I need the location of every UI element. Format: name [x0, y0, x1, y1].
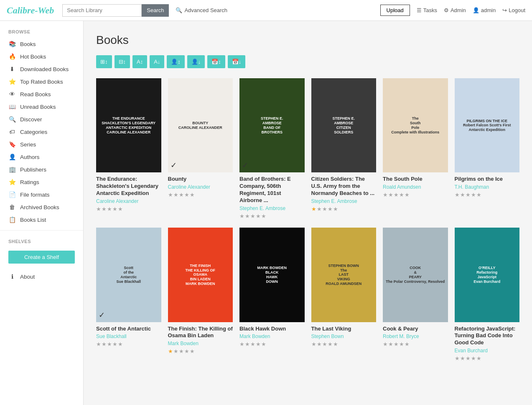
book-cover: STEPHEN E.AMBROSEBAND OFBROTHERS ✓ [239, 78, 305, 172]
advanced-search-link[interactable]: 🔍 Advanced Search [176, 7, 227, 13]
toolbar-button-sort8[interactable]: 📅↓ [228, 55, 246, 68]
sidebar-item-publishers[interactable]: 🏢Publishers [0, 163, 83, 176]
sidebar-item-discover[interactable]: 🔍Discover [0, 113, 83, 126]
sort4-icon: A↓ [154, 59, 160, 65]
book-author: Stephen E. Ambrose [311, 198, 377, 204]
admin-link[interactable]: ⚙ Admin [444, 7, 466, 13]
book-title: Pilgrims on the Ice [455, 176, 520, 183]
toolbar-button-sort6[interactable]: 👤↓ [187, 55, 205, 68]
downloaded-books-icon: ⬇ [8, 66, 16, 72]
layout: BROWSE 📚Books🔥Hot Books⬇Downloaded Books… [0, 21, 532, 405]
book-rating: ★★★★★ [455, 192, 520, 198]
sort6-icon: 👤↓ [191, 59, 201, 65]
sidebar-item-label: Downloaded Books [20, 66, 69, 72]
archived-books-icon: 🗑 [8, 204, 16, 210]
sidebar-item-label: Books [20, 41, 36, 47]
book-item-bounty[interactable]: BOUNTYCAROLINE ALEXANDER ✓ Bounty Caroli… [168, 78, 233, 219]
check-icon: ✓ [99, 310, 105, 320]
sidebar-item-ratings[interactable]: ⭐Ratings [0, 176, 83, 188]
book-title: The Last Viking [311, 326, 377, 333]
sort5-icon: 👤↕ [171, 59, 181, 65]
search-form: Search [62, 4, 169, 17]
toolbar-button-sort5[interactable]: 👤↕ [167, 55, 185, 68]
book-item-citizen-soldiers[interactable]: STEPHEN E.AMBROSECITIZENSOLDIERS Citizen… [311, 78, 377, 219]
book-item-last-viking[interactable]: STEPHEN BOWNTheLASTVIKINGROALD AMUNDSEN … [311, 228, 377, 361]
search-button[interactable]: Search [142, 4, 169, 17]
book-item-cook-peary[interactable]: COOK&PEARYThe Polar Controversy, Resolve… [383, 228, 448, 361]
sort7-icon: 📅↕ [211, 59, 221, 65]
books-list-icon: 📋 [8, 216, 16, 223]
tasks-link[interactable]: ☰ Tasks [417, 7, 437, 13]
book-rating: ★★★★★ [96, 206, 161, 212]
books-icon: 📚 [8, 41, 16, 47]
toolbar-button-sort2[interactable]: ⊟↕ [115, 55, 130, 68]
sidebar-item-about[interactable]: ℹ About [0, 270, 83, 283]
upload-button[interactable]: Upload [380, 5, 410, 16]
sidebar-item-label: Series [20, 141, 36, 148]
sort8-icon: 📅↓ [232, 59, 242, 65]
sidebar-item-downloaded-books[interactable]: ⬇Downloaded Books [0, 63, 83, 75]
sidebar-item-categories[interactable]: 🏷Categories [0, 126, 83, 138]
sidebar-item-books[interactable]: 📚Books [0, 38, 83, 50]
logo[interactable]: Calibre-Web [7, 5, 54, 16]
book-cover: BOUNTYCAROLINE ALEXANDER ✓ [168, 78, 233, 172]
toolbar-button-sort1[interactable]: ⊞↕ [96, 55, 112, 68]
book-rating: ★★★★★ [168, 348, 233, 354]
book-cover: THE FINISHTHE KILLING OFOSAMABIN LADENMA… [168, 228, 233, 322]
book-title: Black Hawk Down [239, 326, 305, 333]
book-item-endurance[interactable]: THE ENDURANCESHACKLETON'S LEGENDARYANTAR… [96, 78, 161, 219]
user-link[interactable]: 👤 admin [473, 7, 496, 13]
sidebar-item-label: Publishers [20, 167, 46, 173]
book-author: Sue Blackhall [96, 333, 161, 339]
book-rating: ★★★★★ [168, 192, 233, 198]
toolbar-button-sort4[interactable]: A↓ [150, 55, 164, 68]
sidebar-item-archived-books[interactable]: 🗑Archived Books [0, 201, 83, 213]
book-title: Scott of the Antarctic [96, 326, 161, 333]
sidebar-item-hot-books[interactable]: 🔥Hot Books [0, 50, 83, 63]
sidebar-item-books-list[interactable]: 📋Books List [0, 213, 83, 226]
sidebar-items: 📚Books🔥Hot Books⬇Downloaded Books⭐Top Ra… [0, 38, 83, 226]
read-books-icon: 👁 [8, 91, 16, 97]
book-cover: COOK&PEARYThe Polar Controversy, Resolve… [383, 228, 448, 322]
book-item-pilgrims[interactable]: PILGRIMS ON THE ICERobert Falcon Scott's… [455, 78, 520, 219]
book-item-black-hawk-down[interactable]: MARK BOWDENBLACKHAWKDOWN Black Hawk Down… [239, 228, 305, 361]
sidebar-item-top-rated[interactable]: ⭐Top Rated Books [0, 75, 83, 88]
sidebar-item-file-formats[interactable]: 📄File formats [0, 188, 83, 201]
toolbar: ⊞↕⊟↕A↕A↓👤↕👤↓📅↕📅↓ [96, 55, 519, 68]
categories-icon: 🏷 [8, 128, 16, 135]
check-icon: ✓ [242, 161, 248, 170]
book-cover: THE ENDURANCESHACKLETON'S LEGENDARYANTAR… [96, 78, 161, 172]
sidebar-item-label: File formats [20, 192, 50, 198]
sidebar-item-authors[interactable]: 👤Authors [0, 151, 83, 163]
sidebar-item-read-books[interactable]: 👁Read Books [0, 88, 83, 100]
toolbar-button-sort7[interactable]: 📅↕ [207, 55, 225, 68]
book-rating: ★★★★★ [239, 341, 305, 347]
book-item-band-of-brothers[interactable]: STEPHEN E.AMBROSEBAND OFBROTHERS ✓ Band … [239, 78, 305, 219]
book-cover: STEPHEN E.AMBROSECITIZENSOLDIERS [311, 78, 377, 172]
book-title: Citizen Soldiers: The U.S. Army from the… [311, 176, 377, 197]
book-author: Evan Burchard [455, 348, 520, 354]
page-title: Books [96, 33, 519, 47]
book-title: Cook & Peary [383, 326, 448, 333]
book-item-the-finish[interactable]: THE FINISHTHE KILLING OFOSAMABIN LADENMA… [168, 228, 233, 361]
book-item-refactoring-javascript[interactable]: O'REILLYRefactoringJavaScriptEvan Burcha… [455, 228, 520, 361]
logout-icon: ↪ [502, 7, 507, 13]
series-icon: 🔖 [8, 141, 16, 148]
book-item-south-pole[interactable]: TheSouthPoleComplete with Illustrations … [383, 78, 448, 219]
create-shelf-button[interactable]: Create a Shelf [8, 251, 75, 264]
sidebar-item-series[interactable]: 🔖Series [0, 138, 83, 151]
book-title: The Endurance: Shackleton's Legendary An… [96, 176, 161, 197]
search-input[interactable] [62, 4, 142, 17]
logout-link[interactable]: ↪ Logout [502, 7, 525, 13]
sidebar-item-label: Categories [20, 129, 47, 135]
book-cover: MARK BOWDENBLACKHAWKDOWN [239, 228, 305, 322]
book-title: The South Pole [383, 176, 448, 183]
book-cover: TheSouthPoleComplete with Illustrations [383, 78, 448, 172]
book-item-scott-antarctic[interactable]: Scottof theAntarcticSue Blackhall ✓ Scot… [96, 228, 161, 361]
book-author: T.H. Baughman [455, 184, 520, 190]
toolbar-button-sort3[interactable]: A↕ [132, 55, 147, 68]
sidebar-item-unread-books[interactable]: 📖Unread Books [0, 100, 83, 113]
sidebar-item-label: Discover [20, 116, 42, 123]
book-author: Roald Amundsen [383, 184, 448, 190]
book-title: The Finish: The Killing of Osama Bin Lad… [168, 326, 233, 340]
